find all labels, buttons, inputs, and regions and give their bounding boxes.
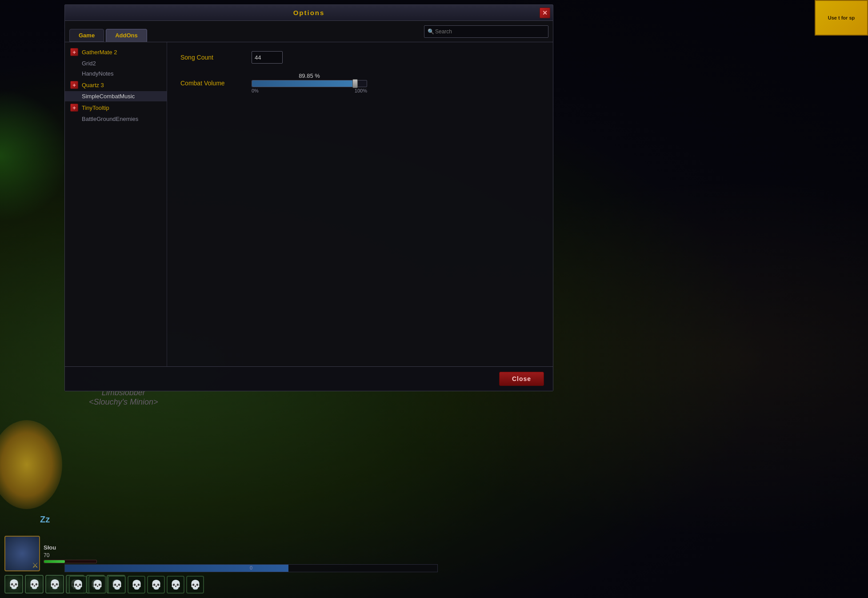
bottom-bar: Close	[65, 366, 553, 391]
addon-sidebar: + GatherMate 2 Grid2 HandyNotes + Quartz…	[65, 42, 167, 366]
sidebar-item-battleground[interactable]: BattleGroundEnemies	[65, 114, 167, 124]
action-icon-1[interactable]: 💀	[4, 575, 23, 594]
options-dialog: Options ✕ Game AddOns 🔍 + GatherMate 2 G…	[64, 4, 553, 391]
bottom-icon-3[interactable]: 💀	[108, 576, 126, 594]
bottom-icon-4[interactable]: 💀	[128, 576, 145, 594]
song-count-input[interactable]	[252, 51, 283, 64]
combat-volume-thumb[interactable]	[352, 79, 358, 88]
expand-tinytooltip-button[interactable]: +	[70, 104, 78, 112]
addon-label-quartz: Quartz 3	[82, 82, 104, 88]
combat-volume-slider-container: 89.85 % 0% 100%	[252, 72, 367, 93]
addon-label-handynotes: HandyNotes	[82, 70, 114, 77]
slider-max-label: 100%	[355, 88, 367, 93]
addon-label-tinytooltip: TinyTooltip	[82, 104, 109, 111]
tooltip-box: Use t for sp	[815, 0, 868, 36]
title-bar: Options ✕	[65, 5, 553, 21]
player-level: 70	[44, 552, 97, 558]
addon-label-battleground: BattleGroundEnemies	[82, 116, 138, 122]
song-count-row: Song Count	[180, 51, 540, 64]
content-area: + GatherMate 2 Grid2 HandyNotes + Quartz…	[65, 42, 553, 366]
sidebar-item-gathermate[interactable]: + GatherMate 2	[65, 46, 167, 58]
health-fill	[44, 560, 65, 563]
bottom-icon-5[interactable]: 💀	[147, 576, 165, 594]
bottom-icon-2[interactable]: 💀	[88, 576, 106, 594]
settings-panel: Song Count Combat Volume 89.85 % 0% 100%	[167, 42, 553, 366]
search-input[interactable]	[424, 25, 548, 38]
addon-label-grid2: Grid2	[82, 60, 96, 67]
sidebar-item-quartz[interactable]: + Quartz 3	[65, 79, 167, 91]
vine-area	[0, 89, 71, 222]
char-level-bar: 0	[64, 564, 438, 572]
sidebar-item-handynotes[interactable]: HandyNotes	[65, 68, 167, 79]
tab-addons[interactable]: AddOns	[106, 29, 147, 42]
song-count-label: Song Count	[180, 54, 243, 61]
search-container: 🔍	[424, 25, 548, 38]
sidebar-item-simplecombat[interactable]: SimpleCombatMusic	[65, 91, 167, 101]
dialog-title: Options	[293, 9, 325, 16]
tab-game[interactable]: Game	[69, 29, 104, 42]
addon-label-gathermate: GatherMate 2	[82, 49, 117, 56]
char-level-fill	[65, 565, 288, 572]
expand-gathermate-button[interactable]: +	[70, 48, 78, 56]
tab-bar: Game AddOns 🔍	[65, 21, 553, 42]
window-close-button[interactable]: ✕	[540, 8, 550, 18]
sidebar-item-grid2[interactable]: Grid2	[65, 58, 167, 68]
slider-labels: 0% 100%	[252, 88, 367, 93]
bottom-action-icons: 💀 💀 💀 💀 💀 💀 💀	[69, 576, 204, 594]
char-level-text: 0	[250, 565, 252, 570]
slider-min-label: 0%	[252, 88, 259, 93]
combat-volume-value: 89.85 %	[299, 72, 320, 79]
player-name: Słou	[44, 544, 97, 551]
combat-volume-fill	[252, 80, 355, 87]
search-icon: 🔍	[428, 28, 434, 35]
sidebar-item-tinytooltip[interactable]: + TinyTooltip	[65, 101, 167, 114]
expand-quartz-button[interactable]: +	[70, 81, 78, 89]
action-icon-3[interactable]: 💀	[45, 575, 64, 594]
close-dialog-button[interactable]: Close	[499, 372, 544, 386]
addon-label-simplecombat: SimpleCombatMusic	[82, 93, 135, 100]
sleep-indicator: Zz	[40, 514, 50, 525]
bottom-icon-1[interactable]: 💀	[69, 576, 87, 594]
action-icon-2[interactable]: 💀	[25, 575, 44, 594]
player-avatar	[4, 536, 40, 571]
bottom-icon-7[interactable]: 💀	[186, 576, 204, 594]
health-bar	[44, 560, 97, 563]
combat-volume-label: Combat Volume	[180, 80, 243, 87]
tooltip-text: Use t for sp	[828, 15, 855, 21]
combat-volume-row: Combat Volume 89.85 % 0% 100%	[180, 72, 540, 93]
combat-volume-track[interactable]	[252, 80, 367, 87]
bottom-icon-6[interactable]: 💀	[167, 576, 184, 594]
player-info: Słou 70	[44, 544, 97, 563]
